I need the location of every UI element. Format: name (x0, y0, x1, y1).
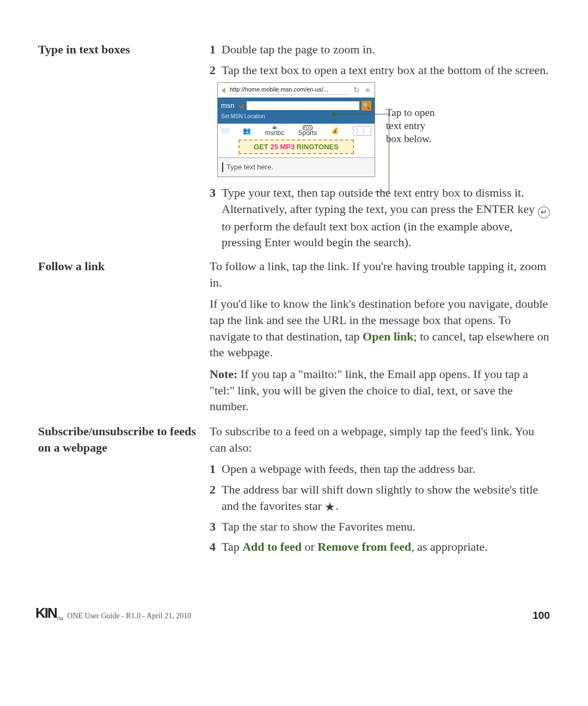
favorites-star-icon: ★ (364, 85, 371, 95)
step-text: Type your text, then tap outside the tex… (222, 185, 550, 251)
step-text: Tap Add to feed or Remove from feed, as … (222, 539, 488, 555)
trademark: TM (57, 617, 63, 622)
favorites-star-icon: ★ (324, 501, 335, 513)
step-text: The address bar will shift down slightly… (222, 482, 550, 514)
step-number: 1 (210, 41, 222, 58)
heading-type-in-text-boxes: Type in text boxes (38, 41, 210, 58)
step-number: 3 (210, 185, 222, 251)
paragraph: To subscribe to a feed on a webpage, sim… (210, 423, 550, 455)
msn-search-box (247, 101, 359, 110)
msnbc-icon: 🦚msnbc (265, 126, 284, 136)
callout-line (334, 114, 389, 114)
enter-key-icon: ↵ (538, 206, 550, 218)
msn-logo: msn (221, 101, 235, 111)
fox-sports-icon: FOXSports (298, 126, 317, 136)
step-number: 1 (210, 461, 222, 477)
step-text: Tap the text box to open a text entry bo… (222, 62, 549, 78)
browser-screenshot: http://home.mobile.msn.com/en-us/... ↻ ★… (217, 82, 550, 176)
heading-follow-a-link: Follow a link (38, 258, 210, 275)
msn-search-button: 🔍 (362, 101, 371, 111)
footer-left: KINTM ONE User Guide - R1.0 - April 21, … (35, 605, 191, 622)
page-number: 100 (532, 610, 550, 622)
ringtones-ad-banner: GET 25 MP3 RINGTONES (238, 139, 354, 155)
callout-label: Tap to opentext entrybox below. (386, 106, 434, 145)
paragraph: If you'd like to know the link's destina… (210, 296, 550, 361)
mail-icon: ✉️ (221, 126, 229, 135)
heading-subscribe-feeds: Subscribe/unsubscribe to feeds on a webp… (38, 423, 210, 455)
step-number: 2 (210, 482, 222, 514)
msn-butterfly-icon: 🦋 (238, 102, 244, 110)
text-entry-placeholder: Type text here. (222, 162, 370, 172)
remove-from-feed-action: Remove from feed (317, 540, 411, 553)
more-icon: 〉〉 (353, 126, 371, 136)
paragraph: To follow a link, tap the link. If you'r… (210, 258, 550, 290)
step-number: 3 (210, 519, 222, 535)
footer-text: ONE User Guide - R1.0 - April 21, 2010 (65, 612, 191, 620)
step-text: Open a webpage with feeds, then tap the … (222, 461, 475, 477)
callout-line (375, 192, 389, 192)
note-paragraph: Note: If you tap a "mailto:" link, the E… (210, 366, 550, 415)
open-link-action: Open link (363, 330, 414, 343)
refresh-icon: ↻ (353, 85, 360, 95)
add-to-feed-action: Add to feed (242, 540, 302, 553)
people-icon: 👥 (243, 126, 251, 135)
step-text: Double tap the page to zoom in. (222, 41, 375, 58)
step-number: 4 (210, 539, 222, 555)
url-text: http://home.mobile.msn.com/en-us/... (230, 86, 349, 95)
back-icon (221, 88, 225, 93)
money-icon: 💰 (331, 126, 339, 135)
step-text: Tap the star to show the Favorites menu. (222, 519, 416, 535)
step-number: 2 (210, 62, 222, 78)
kin-logo: KIN (35, 605, 57, 622)
